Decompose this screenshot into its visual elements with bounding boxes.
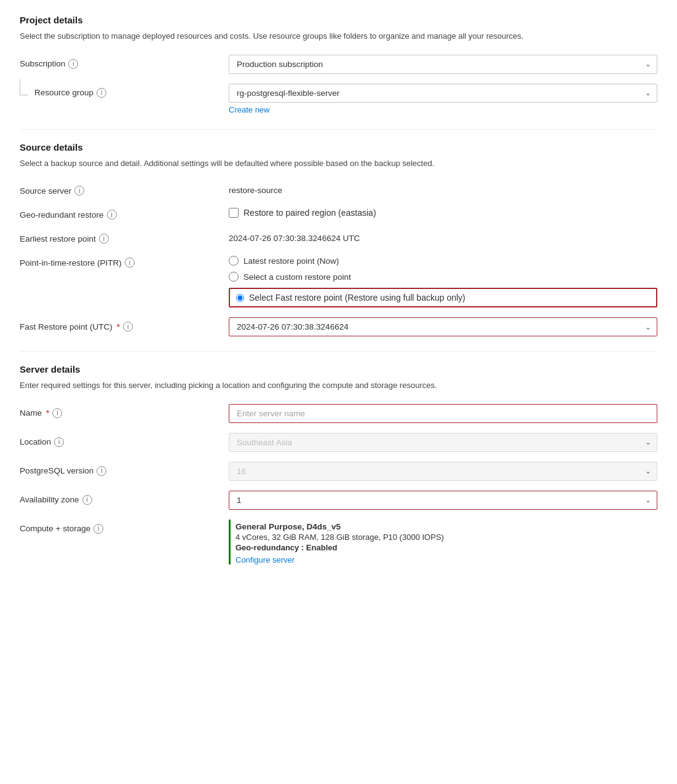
compute-storage-label: Compute + storage i — [20, 520, 229, 534]
geo-redundancy: Geo-redundancy : Enabled — [236, 543, 657, 552]
compute-title: General Purpose, D4ds_v5 — [236, 522, 657, 531]
pitr-option1-row: Latest restore point (Now) — [229, 256, 657, 266]
fast-restore-label: Fast Restore point (UTC) * i — [20, 317, 229, 331]
source-server-label: Source server i — [20, 181, 229, 196]
source-details-desc: Select a backup source and detail. Addit… — [20, 157, 657, 170]
configure-server-link[interactable]: Configure server — [236, 555, 295, 564]
source-server-row: Source server i restore-source — [20, 181, 657, 196]
resource-group-control: rg-postgresql-flexible-server ⌄ Create n… — [229, 84, 657, 114]
fast-restore-info-icon[interactable]: i — [123, 322, 133, 331]
geo-redundant-row: Geo-redundant restore i Restore to paire… — [20, 205, 657, 220]
resource-group-row: Resource group i rg-postgresql-flexible-… — [20, 84, 657, 114]
fast-restore-dropdown-wrapper: 2024-07-26 07:30:38.3246624 ⌄ — [229, 317, 657, 336]
availability-zone-label: Availability zone i — [20, 491, 229, 505]
source-details-section: Source details Select a backup source an… — [20, 142, 657, 337]
fast-restore-required: * — [117, 322, 120, 331]
name-required: * — [46, 408, 49, 418]
fast-restore-dropdown[interactable]: 2024-07-26 07:30:38.3246624 — [229, 317, 657, 336]
postgresql-version-row: PostgreSQL version i 16 ⌄ — [20, 462, 657, 481]
subscription-label: Subscription i — [20, 55, 229, 69]
source-details-title: Source details — [20, 142, 657, 152]
pitr-control: Latest restore point (Now) Select a cust… — [229, 253, 657, 307]
resource-group-dropdown[interactable]: rg-postgresql-flexible-server — [229, 84, 657, 103]
server-details-section: Server details Enter required settings f… — [20, 364, 657, 564]
location-row: Location i Southeast Asia ⌄ — [20, 433, 657, 452]
availability-zone-row: Availability zone i 1 ⌄ — [20, 491, 657, 510]
server-name-info-icon[interactable]: i — [52, 408, 62, 418]
project-details-title: Project details — [20, 15, 657, 25]
server-details-desc: Enter required settings for this server,… — [20, 379, 657, 392]
subscription-dropdown-wrapper: Production subscription ⌄ — [229, 55, 657, 74]
subscription-control: Production subscription ⌄ — [229, 55, 657, 74]
pitr-radio-1[interactable] — [229, 256, 239, 266]
server-name-input[interactable] — [229, 404, 657, 423]
location-label: Location i — [20, 433, 229, 447]
geo-redundant-checkbox-row: Restore to paired region (eastasia) — [229, 205, 657, 218]
subscription-dropdown[interactable]: Production subscription — [229, 55, 657, 74]
pitr-row: Point-in-time-restore (PITR) i Latest re… — [20, 253, 657, 307]
pitr-option3-label: Select Fast restore point (Restore using… — [249, 293, 465, 303]
geo-redundant-option-label: Restore to paired region (eastasia) — [243, 208, 376, 218]
subscription-info-icon[interactable]: i — [68, 59, 78, 69]
compute-storage-info-icon[interactable]: i — [93, 524, 103, 534]
server-name-label: Name * i — [20, 404, 229, 418]
availability-zone-info-icon[interactable]: i — [82, 495, 92, 505]
location-dropdown-wrapper: Southeast Asia ⌄ — [229, 433, 657, 452]
compute-storage-value: General Purpose, D4ds_v5 4 vCores, 32 Gi… — [229, 520, 657, 564]
location-dropdown[interactable]: Southeast Asia — [229, 433, 657, 452]
section-divider-1 — [20, 129, 657, 130]
location-info-icon[interactable]: i — [54, 437, 64, 447]
pitr-option2-row: Select a custom restore point — [229, 272, 657, 282]
project-details-section: Project details Select the subscription … — [20, 15, 657, 114]
earliest-restore-info-icon[interactable]: i — [99, 234, 109, 244]
pitr-option2-label: Select a custom restore point — [243, 272, 351, 282]
geo-redundant-checkbox[interactable] — [229, 208, 239, 218]
availability-zone-control: 1 ⌄ — [229, 491, 657, 510]
pitr-radio-3[interactable] — [236, 294, 244, 302]
project-details-desc: Select the subscription to manage deploy… — [20, 30, 657, 42]
availability-dropdown-wrapper: 1 ⌄ — [229, 491, 657, 510]
geo-redundant-control: Restore to paired region (eastasia) — [229, 205, 657, 218]
earliest-restore-value: 2024-07-26 07:30:38.3246624 UTC — [229, 229, 657, 243]
pitr-option1-label: Latest restore point (Now) — [243, 256, 339, 266]
location-control: Southeast Asia ⌄ — [229, 433, 657, 452]
section-divider-2 — [20, 351, 657, 352]
pitr-option3-highlight: Select Fast restore point (Restore using… — [229, 288, 657, 307]
postgresql-dropdown[interactable]: 16 — [229, 462, 657, 481]
pitr-label: Point-in-time-restore (PITR) i — [20, 253, 229, 267]
server-name-control — [229, 404, 657, 423]
subscription-row: Subscription i Production subscription ⌄ — [20, 55, 657, 74]
pitr-radio-group: Latest restore point (Now) Select a cust… — [229, 253, 657, 307]
resource-group-label-container: Resource group i — [20, 84, 229, 98]
pitr-info-icon[interactable]: i — [125, 258, 135, 267]
compute-desc: 4 vCores, 32 GiB RAM, 128 GiB storage, P… — [236, 533, 657, 542]
availability-dropdown[interactable]: 1 — [229, 491, 657, 510]
server-name-row: Name * i — [20, 404, 657, 423]
server-details-title: Server details — [20, 364, 657, 374]
fast-restore-control: 2024-07-26 07:30:38.3246624 ⌄ — [229, 317, 657, 336]
postgresql-version-control: 16 ⌄ — [229, 462, 657, 481]
compute-storage-row: Compute + storage i General Purpose, D4d… — [20, 520, 657, 564]
resource-group-info-icon[interactable]: i — [97, 88, 106, 98]
resource-group-dropdown-wrapper: rg-postgresql-flexible-server ⌄ — [229, 84, 657, 103]
earliest-restore-row: Earliest restore point i 2024-07-26 07:3… — [20, 229, 657, 244]
earliest-restore-label: Earliest restore point i — [20, 229, 229, 244]
create-new-link[interactable]: Create new — [229, 105, 269, 114]
source-server-info-icon[interactable]: i — [74, 186, 84, 196]
postgresql-version-label: PostgreSQL version i — [20, 462, 229, 476]
pitr-radio-2[interactable] — [229, 272, 239, 282]
geo-redundant-info-icon[interactable]: i — [107, 210, 117, 220]
postgresql-dropdown-wrapper: 16 ⌄ — [229, 462, 657, 481]
source-server-value: restore-source — [229, 181, 657, 195]
fast-restore-row: Fast Restore point (UTC) * i 2024-07-26 … — [20, 317, 657, 336]
postgresql-info-icon[interactable]: i — [97, 466, 106, 476]
geo-redundant-label: Geo-redundant restore i — [20, 205, 229, 220]
